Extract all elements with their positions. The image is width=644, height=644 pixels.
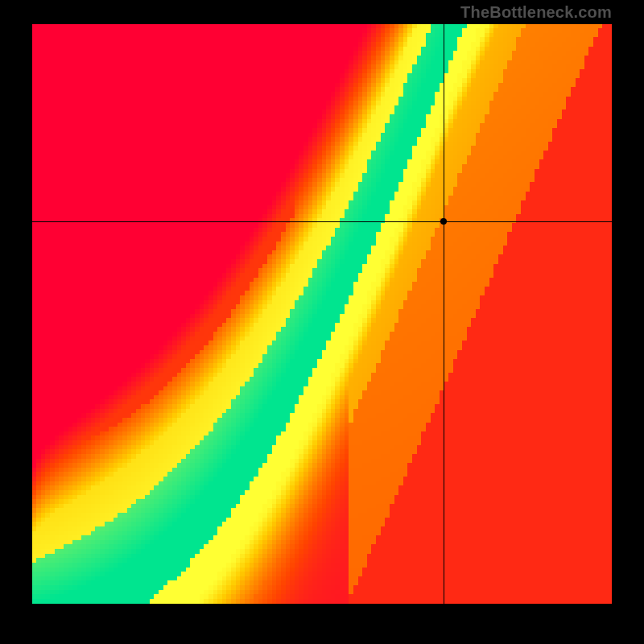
heatmap-plot [32,24,612,604]
crosshair-vertical [444,24,444,604]
chart-frame: TheBottleneck.com [0,0,644,644]
crosshair-horizontal [32,221,612,222]
crosshair-marker-dot [440,218,447,225]
attribution-text: TheBottleneck.com [460,3,612,22]
heatmap-canvas [32,24,612,604]
